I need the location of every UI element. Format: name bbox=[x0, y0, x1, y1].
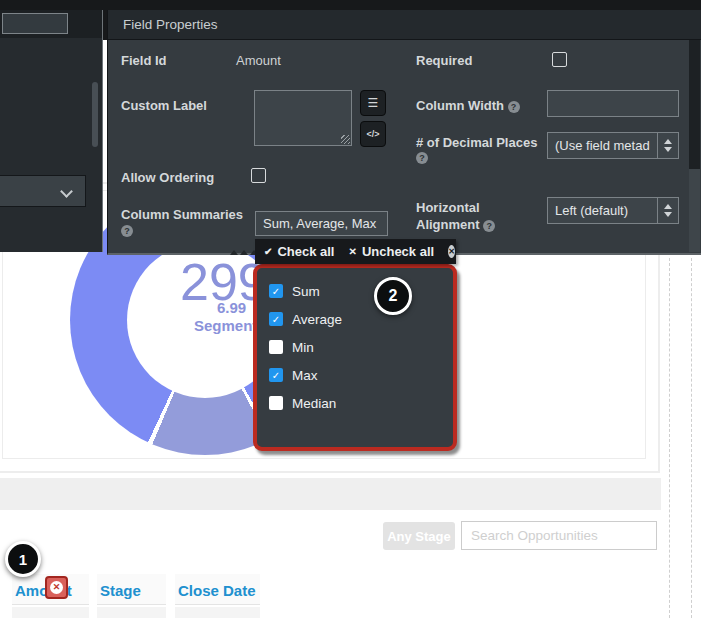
table-row bbox=[12, 607, 89, 618]
table-row bbox=[175, 607, 260, 618]
field-properties-dialog: Field Properties Field Id Amount Require… bbox=[107, 10, 701, 255]
donut-center-subvalue: 6.99 bbox=[217, 299, 246, 316]
horizontal-alignment-label-line2: Alignment ? bbox=[416, 217, 495, 232]
allow-ordering-label: Allow Ordering bbox=[121, 170, 214, 185]
option-checkbox-sum[interactable]: ✓ bbox=[269, 284, 283, 298]
left-panel-dropdown[interactable] bbox=[0, 175, 86, 207]
question-icon: ? bbox=[508, 101, 520, 113]
required-label: Required bbox=[416, 53, 472, 68]
column-summaries-label: Column Summaries bbox=[121, 207, 243, 222]
option-label: Min bbox=[292, 340, 314, 355]
question-icon: ? bbox=[483, 220, 495, 232]
field-id-label: Field Id bbox=[121, 53, 167, 68]
donut-center-label: Segment bbox=[194, 317, 257, 334]
dialog-scrollbar-thumb[interactable] bbox=[689, 169, 700, 252]
left-settings-panel bbox=[0, 10, 103, 252]
option-checkbox-median[interactable] bbox=[269, 396, 283, 410]
chevron-down-icon bbox=[60, 185, 73, 198]
circle-x-icon: ✕ bbox=[50, 581, 63, 594]
custom-label-textarea[interactable] bbox=[254, 90, 352, 146]
check-all-button[interactable]: ✔ Check all bbox=[264, 244, 334, 259]
search-opportunities-input[interactable] bbox=[461, 521, 657, 550]
window-top-bar bbox=[0, 0, 701, 10]
remove-column-button[interactable]: ✕ bbox=[45, 576, 68, 599]
dialog-resize-grip[interactable] bbox=[230, 250, 258, 255]
summary-option-row: ✓Sum bbox=[269, 277, 453, 305]
column-header-close-date[interactable]: Close Date bbox=[175, 574, 260, 605]
column-width-label: Column Width ? bbox=[416, 98, 520, 113]
check-icon: ✔ bbox=[264, 246, 272, 257]
x-icon: ✕ bbox=[348, 246, 356, 257]
resize-grip-icon[interactable] bbox=[341, 135, 350, 144]
screenshot-root: 299 6.99 Segment Any Stage Amount Stage … bbox=[0, 0, 701, 618]
horizontal-alignment-label: Horizontal bbox=[416, 200, 480, 215]
allow-ordering-checkbox[interactable] bbox=[251, 168, 266, 183]
decimal-places-select[interactable]: (Use field metad bbox=[547, 132, 679, 159]
any-stage-filter-button[interactable]: Any Stage bbox=[383, 522, 455, 550]
column-width-input[interactable] bbox=[547, 90, 679, 117]
option-label: Max bbox=[292, 368, 318, 383]
left-panel-scrollbar[interactable] bbox=[92, 82, 98, 147]
summary-option-row: Median bbox=[269, 389, 453, 417]
column-header-stage[interactable]: Stage bbox=[97, 574, 166, 605]
layout-drop-guide bbox=[669, 258, 670, 618]
annotation-step-badge-1: 1 bbox=[5, 541, 41, 577]
summaries-option-list: ✓Sum✓AverageMin✓MaxMedian bbox=[253, 264, 457, 451]
column-summaries-input[interactable]: Sum, Average, Max bbox=[255, 211, 388, 236]
table-row bbox=[97, 607, 166, 618]
summaries-popup-header: ✔ Check all ✕ Uncheck all ✕ bbox=[255, 239, 456, 264]
summary-option-row: Min bbox=[269, 333, 453, 361]
option-label: Sum bbox=[292, 284, 320, 299]
question-icon: ? bbox=[121, 225, 133, 237]
annotation-step-badge-2: 2 bbox=[374, 277, 412, 315]
layout-drop-guide bbox=[691, 258, 692, 618]
dialog-scrollbar[interactable] bbox=[689, 40, 700, 252]
stepper-icon bbox=[657, 198, 678, 223]
dialog-title: Field Properties bbox=[123, 17, 218, 32]
option-label: Average bbox=[292, 312, 342, 327]
option-checkbox-min[interactable] bbox=[269, 340, 283, 354]
summary-option-row: ✓Max bbox=[269, 361, 453, 389]
code-icon: </> bbox=[366, 129, 379, 139]
left-panel-input[interactable] bbox=[2, 13, 68, 34]
merge-fields-button[interactable]: ☰ bbox=[360, 90, 386, 116]
field-id-value: Amount bbox=[236, 53, 281, 68]
custom-label-label: Custom Label bbox=[121, 98, 207, 113]
decimal-places-label: # of Decimal Places bbox=[416, 135, 537, 150]
uncheck-all-button[interactable]: ✕ Uncheck all bbox=[348, 244, 434, 259]
required-checkbox[interactable] bbox=[552, 52, 567, 67]
popup-close-button[interactable]: ✕ bbox=[448, 245, 455, 258]
horizontal-alignment-select[interactable]: Left (default) bbox=[547, 197, 679, 224]
summary-option-row: ✓Average bbox=[269, 305, 453, 333]
option-checkbox-average[interactable]: ✓ bbox=[269, 312, 283, 326]
list-icon: ☰ bbox=[368, 96, 379, 110]
option-checkbox-max[interactable]: ✓ bbox=[269, 368, 283, 382]
code-editor-button[interactable]: </> bbox=[360, 121, 386, 147]
option-label: Median bbox=[292, 396, 336, 411]
stepper-icon bbox=[657, 133, 678, 158]
question-icon: ? bbox=[416, 152, 428, 164]
section-divider-band bbox=[0, 478, 661, 510]
